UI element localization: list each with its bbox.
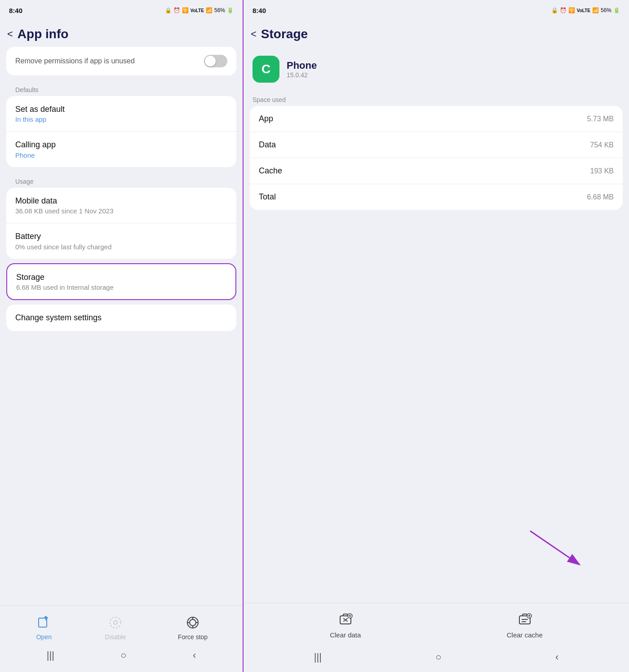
storage-card-highlighted[interactable]: Storage 6.68 MB used in Internal storage bbox=[6, 263, 236, 300]
storage-sublabel: 6.68 MB used in Internal storage bbox=[16, 283, 114, 291]
storage-app-value: 5.73 MB bbox=[587, 115, 614, 123]
svg-point-4 bbox=[190, 619, 196, 626]
remove-permissions-text: Remove permissions if app is unused bbox=[15, 57, 135, 66]
remove-permissions-item[interactable]: Remove permissions if app is unused bbox=[6, 47, 236, 75]
change-system-settings-label: Change system settings bbox=[15, 313, 102, 323]
app-version: 15.0.42 bbox=[287, 71, 317, 79]
svg-point-2 bbox=[114, 621, 117, 624]
mobile-data-sublabel: 36.08 KB used since 1 Nov 2023 bbox=[15, 207, 113, 215]
clear-cache-button[interactable]: Clear cache bbox=[507, 610, 543, 639]
storage-rows-card: App 5.73 MB Data 754 KB Cache 193 KB Tot… bbox=[250, 106, 623, 210]
svg-point-1 bbox=[110, 617, 121, 628]
back-button-right[interactable]: < bbox=[251, 28, 257, 40]
disable-label: Disable bbox=[105, 633, 126, 641]
open-button[interactable]: Open bbox=[35, 614, 53, 641]
battery-label: Battery bbox=[15, 231, 111, 242]
open-label: Open bbox=[36, 633, 52, 641]
page-header-left: < App info bbox=[0, 20, 243, 47]
clear-cache-icon bbox=[516, 610, 534, 628]
storage-data-label: Data bbox=[259, 140, 276, 150]
force-stop-icon bbox=[184, 614, 202, 632]
storage-row-total: Total 6.68 MB bbox=[250, 184, 623, 210]
page-header-right: < Storage bbox=[244, 20, 629, 47]
nav-recent-right[interactable]: ||| bbox=[314, 651, 322, 663]
change-system-settings-item[interactable]: Change system settings bbox=[6, 305, 236, 331]
page-title-right: Storage bbox=[261, 27, 308, 41]
status-bar-left: 8:40 🔒 ⏰ 🛜 VoLTE 📶 56% 🔋 bbox=[0, 0, 243, 20]
storage-row-cache: Cache 193 KB bbox=[250, 158, 623, 184]
force-stop-label: Force stop bbox=[178, 633, 208, 641]
storage-total-label: Total bbox=[259, 192, 276, 202]
mobile-data-label: Mobile data bbox=[15, 196, 113, 206]
storage-row-app: App 5.73 MB bbox=[250, 106, 623, 132]
storage-cache-label: Cache bbox=[259, 166, 282, 176]
back-button-left[interactable]: < bbox=[7, 28, 13, 40]
clear-cache-label: Clear cache bbox=[507, 631, 543, 639]
bottom-action-bar: Open Disable bbox=[0, 605, 243, 672]
right-panel: 8:40 🔒 ⏰ 🛜 VoLTE 📶 56% 🔋 < Storage C Pho… bbox=[243, 0, 629, 672]
bottom-buttons-right: Clear data Clear cache bbox=[244, 603, 629, 646]
remove-permissions-label: Remove permissions if app is unused bbox=[15, 57, 135, 65]
battery-sublabel: 0% used since last fully charged bbox=[15, 243, 111, 251]
storage-item[interactable]: Storage 6.68 MB used in Internal storage bbox=[7, 264, 235, 299]
usage-section-label: Usage bbox=[6, 172, 236, 188]
set-as-default-sublabel: In this app bbox=[15, 115, 65, 123]
nav-bar-right: ||| ○ ‹ bbox=[244, 646, 629, 672]
set-as-default-label: Set as default bbox=[15, 104, 65, 115]
spacer-area bbox=[244, 214, 629, 603]
clear-data-label: Clear data bbox=[330, 631, 361, 639]
clear-data-button[interactable]: Clear data bbox=[330, 610, 361, 639]
mobile-data-item[interactable]: Mobile data 36.08 KB used since 1 Nov 20… bbox=[6, 188, 236, 223]
clear-data-icon bbox=[337, 610, 354, 628]
storage-app-label: App bbox=[259, 114, 273, 124]
open-icon bbox=[35, 614, 53, 632]
bottom-actions: Open Disable bbox=[0, 610, 243, 644]
nav-home-right[interactable]: ○ bbox=[435, 651, 441, 663]
status-time-left: 8:40 bbox=[9, 7, 22, 14]
left-panel: 8:40 🔒 ⏰ 🛜 VoLTE 📶 56% 🔋 < App info Remo… bbox=[0, 0, 243, 672]
defaults-section-label: Defaults bbox=[6, 80, 236, 96]
page-title-left: App info bbox=[18, 27, 69, 41]
app-info-row: C Phone 15.0.42 bbox=[244, 47, 629, 90]
calling-app-label: Calling app bbox=[15, 140, 56, 150]
calling-app-sublabel: Phone bbox=[15, 151, 56, 159]
remove-permissions-card: Remove permissions if app is unused bbox=[6, 47, 236, 75]
usage-card: Mobile data 36.08 KB used since 1 Nov 20… bbox=[6, 188, 236, 259]
nav-recent-left[interactable]: ||| bbox=[47, 650, 54, 661]
app-icon: C bbox=[252, 56, 279, 83]
storage-row-data: Data 754 KB bbox=[250, 132, 623, 158]
change-system-settings-card[interactable]: Change system settings bbox=[6, 305, 236, 331]
set-as-default-item[interactable]: Set as default In this app bbox=[6, 96, 236, 132]
disable-button[interactable]: Disable bbox=[105, 614, 126, 641]
status-time-right: 8:40 bbox=[252, 7, 266, 14]
space-used-label: Space used bbox=[244, 90, 629, 106]
remove-permissions-toggle[interactable] bbox=[204, 55, 227, 67]
left-content: Remove permissions if app is unused Defa… bbox=[0, 47, 243, 605]
battery-item[interactable]: Battery 0% used since last fully charged bbox=[6, 223, 236, 258]
storage-data-value: 754 KB bbox=[590, 141, 614, 149]
defaults-card: Set as default In this app Calling app P… bbox=[6, 96, 236, 167]
calling-app-item[interactable]: Calling app Phone bbox=[6, 132, 236, 167]
nav-bar-left: ||| ○ ‹ bbox=[0, 644, 243, 670]
storage-label: Storage bbox=[16, 272, 114, 283]
nav-back-left[interactable]: ‹ bbox=[193, 650, 196, 661]
storage-cache-value: 193 KB bbox=[590, 167, 614, 175]
force-stop-button[interactable]: Force stop bbox=[178, 614, 208, 641]
status-icons-left: 🔒 ⏰ 🛜 VoLTE 📶 56% 🔋 bbox=[165, 7, 234, 13]
app-name: Phone bbox=[287, 60, 317, 71]
nav-back-right[interactable]: ‹ bbox=[555, 651, 558, 663]
status-icons-right: 🔒 ⏰ 🛜 VoLTE 📶 56% 🔋 bbox=[551, 7, 620, 13]
nav-home-left[interactable]: ○ bbox=[120, 650, 126, 661]
purple-arrow-annotation bbox=[521, 522, 593, 576]
disable-icon bbox=[106, 614, 124, 632]
storage-total-value: 6.68 MB bbox=[587, 193, 614, 201]
status-bar-right: 8:40 🔒 ⏰ 🛜 VoLTE 📶 56% 🔋 bbox=[244, 0, 629, 20]
